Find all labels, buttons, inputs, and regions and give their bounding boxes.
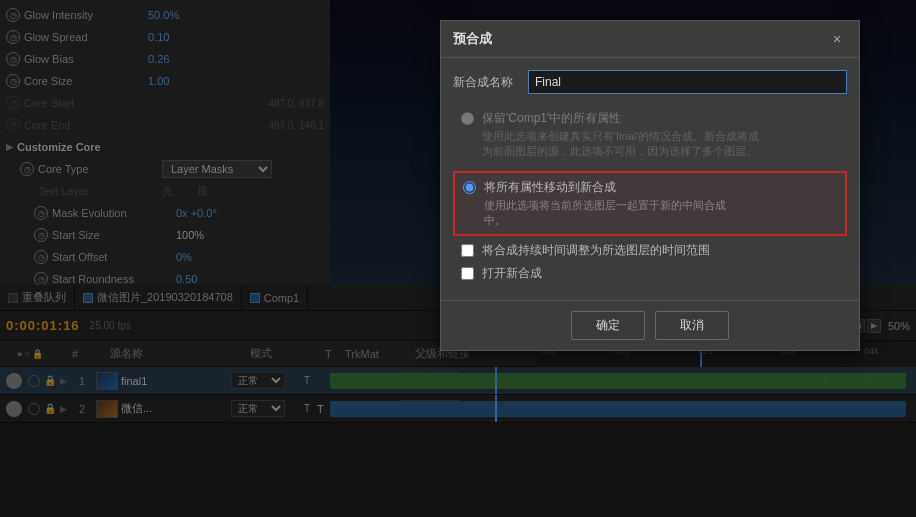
comp-name-label: 新合成名称 — [453, 74, 528, 91]
checkbox-open-label: 打开新合成 — [482, 265, 542, 282]
radio-option-2-input[interactable] — [463, 181, 476, 194]
radio-option-1-sub: 使用此选项来创建真实只有'final'的情况合成。新合成将成为前面图层的源，此选… — [482, 129, 759, 159]
comp-name-input[interactable] — [528, 70, 847, 94]
radio-option-1: 保留'Comp1'中的所有属性 使用此选项来创建真实只有'final'的情况合成… — [453, 104, 847, 165]
checkbox-open[interactable] — [461, 267, 474, 280]
comp-name-row: 新合成名称 — [453, 70, 847, 94]
precompose-dialog: 预合成 × 新合成名称 保留'Comp1'中的所有属性 使用此选项来创建真实只有… — [440, 20, 860, 351]
checkbox-duration[interactable] — [461, 244, 474, 257]
radio-option-2-sub: 使用此选项将当前所选图层一起置于新的中间合成中。 — [484, 198, 726, 228]
cancel-button[interactable]: 取消 — [655, 311, 729, 340]
dialog-buttons: 确定 取消 — [441, 300, 859, 350]
radio-option-1-content: 保留'Comp1'中的所有属性 使用此选项来创建真实只有'final'的情况合成… — [482, 110, 759, 159]
dialog-close-button[interactable]: × — [827, 29, 847, 49]
checkbox-open-row[interactable]: 打开新合成 — [453, 265, 847, 282]
radio-option-1-input — [461, 112, 474, 125]
confirm-button[interactable]: 确定 — [571, 311, 645, 340]
dialog-titlebar: 预合成 × — [441, 21, 859, 58]
dialog-title: 预合成 — [453, 30, 492, 48]
checkbox-duration-label: 将合成持续时间调整为所选图层的时间范围 — [482, 242, 710, 259]
radio-option-1-label: 保留'Comp1'中的所有属性 — [482, 110, 759, 127]
radio-option-2-content: 将所有属性移动到新合成 使用此选项将当前所选图层一起置于新的中间合成中。 — [484, 179, 726, 228]
checkbox-duration-row[interactable]: 将合成持续时间调整为所选图层的时间范围 — [453, 242, 847, 259]
radio-option-2-label: 将所有属性移动到新合成 — [484, 179, 726, 196]
radio-option-2[interactable]: 将所有属性移动到新合成 使用此选项将当前所选图层一起置于新的中间合成中。 — [453, 171, 847, 236]
dialog-body: 新合成名称 保留'Comp1'中的所有属性 使用此选项来创建真实只有'final… — [441, 58, 859, 300]
